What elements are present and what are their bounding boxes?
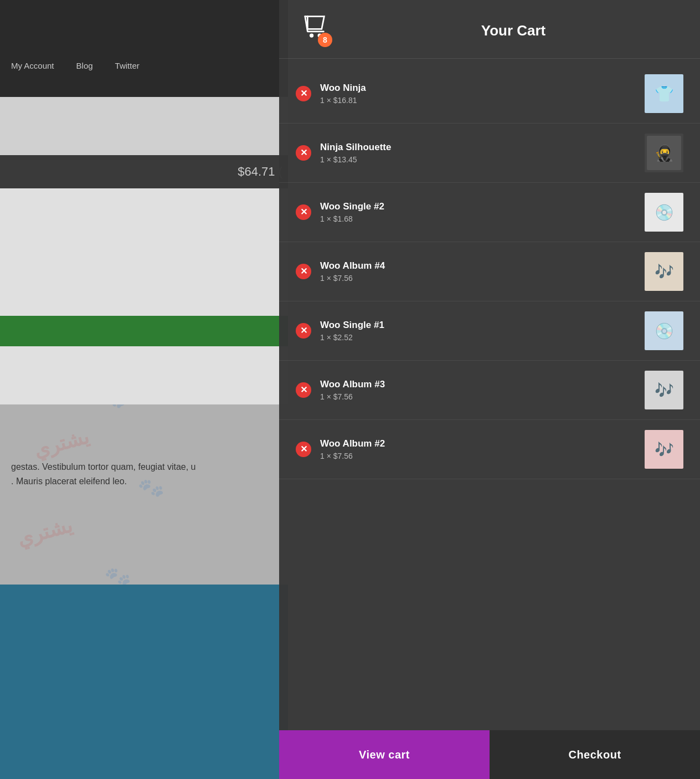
- cart-items-list: ✕ Woo Ninja 1 × $16.81 👕 ✕ Ninja Silhoue…: [279, 59, 700, 730]
- body-text: gestas. Vestibulum tortor quam, feugiat …: [0, 454, 288, 494]
- header-background: [0, 0, 288, 97]
- nav-my-account[interactable]: My Account: [11, 61, 54, 70]
- remove-item-button[interactable]: ✕: [296, 204, 311, 220]
- remove-item-button[interactable]: ✕: [296, 264, 311, 279]
- gray-area: [0, 97, 288, 158]
- item-info: Woo Album #4 1 × $7.56: [320, 260, 636, 283]
- green-stripe: [0, 316, 288, 346]
- item-thumbnail: 👕: [645, 74, 683, 113]
- item-name: Woo Album #2: [320, 438, 636, 449]
- cart-item: ✕ Woo Single #1 1 × $2.52 💿: [279, 301, 700, 361]
- item-name: Woo Single #1: [320, 320, 636, 331]
- cart-title: Your Cart: [349, 22, 678, 39]
- item-thumbnail: 💿: [645, 311, 683, 350]
- item-info: Woo Single #2 1 × $1.68: [320, 201, 636, 223]
- item-name: Woo Single #2: [320, 201, 636, 212]
- item-info: Woo Album #3 1 × $7.56: [320, 379, 636, 401]
- blue-area: [0, 585, 288, 779]
- cart-item: ✕ Woo Album #4 1 × $7.56 🎶: [279, 242, 700, 301]
- item-thumbnail: 🎶: [645, 371, 683, 409]
- cart-footer: View cart Checkout: [279, 730, 700, 779]
- nav-links: My Account Blog Twitter: [11, 61, 140, 70]
- item-info: Woo Album #2 1 × $7.56: [320, 438, 636, 460]
- item-info: Woo Ninja 1 × $16.81: [320, 83, 636, 105]
- content-area: [0, 188, 288, 404]
- cart-item: ✕ Woo Ninja 1 × $16.81 👕: [279, 64, 700, 124]
- nav-twitter[interactable]: Twitter: [115, 61, 140, 70]
- checkout-button[interactable]: Checkout: [490, 730, 700, 779]
- item-info: Woo Single #1 1 × $2.52: [320, 320, 636, 342]
- item-price: 1 × $7.56: [320, 452, 636, 460]
- watermark: يشتري: [14, 514, 74, 551]
- cart-item: ✕ Woo Single #2 1 × $1.68 💿: [279, 183, 700, 242]
- cart-panel: 8 Your Cart ✕ Woo Ninja 1 × $16.81 👕 ✕ N…: [279, 0, 700, 779]
- price-banner: $64.71 (: [0, 155, 288, 188]
- remove-item-button[interactable]: ✕: [296, 442, 311, 457]
- item-price: 1 × $7.56: [320, 274, 636, 283]
- remove-item-button[interactable]: ✕: [296, 145, 311, 161]
- view-cart-button[interactable]: View cart: [279, 730, 490, 779]
- svg-point-0: [310, 33, 313, 37]
- item-name: Woo Ninja: [320, 83, 636, 94]
- total-price: $64.71 (: [238, 165, 282, 179]
- item-thumbnail: 🎶: [645, 430, 683, 469]
- item-price: 1 × $16.81: [320, 96, 636, 105]
- cart-item: ✕ Woo Album #2 1 × $7.56 🎶: [279, 420, 700, 479]
- item-thumbnail: 🎶: [645, 252, 683, 291]
- cart-item: ✕ Ninja Silhouette 1 × $13.45 🥷: [279, 124, 700, 183]
- item-thumbnail: 🥷: [645, 134, 683, 172]
- item-info: Ninja Silhouette 1 × $13.45: [320, 142, 636, 164]
- remove-item-button[interactable]: ✕: [296, 86, 311, 101]
- item-name: Woo Album #4: [320, 260, 636, 271]
- cart-icon-wrapper: 8: [301, 14, 332, 47]
- item-price: 1 × $13.45: [320, 155, 636, 164]
- remove-item-button[interactable]: ✕: [296, 382, 311, 398]
- item-price: 1 × $2.52: [320, 333, 636, 342]
- remove-item-button[interactable]: ✕: [296, 323, 311, 339]
- item-name: Ninja Silhouette: [320, 142, 636, 153]
- cart-header: 8 Your Cart: [279, 0, 700, 59]
- item-price: 1 × $1.68: [320, 214, 636, 223]
- item-price: 1 × $7.56: [320, 392, 636, 401]
- item-name: Woo Album #3: [320, 379, 636, 390]
- cart-badge: 8: [318, 33, 332, 47]
- cart-item: ✕ Woo Album #3 1 × $7.56 🎶: [279, 361, 700, 420]
- nav-blog[interactable]: Blog: [76, 61, 93, 70]
- item-thumbnail: 💿: [645, 193, 683, 232]
